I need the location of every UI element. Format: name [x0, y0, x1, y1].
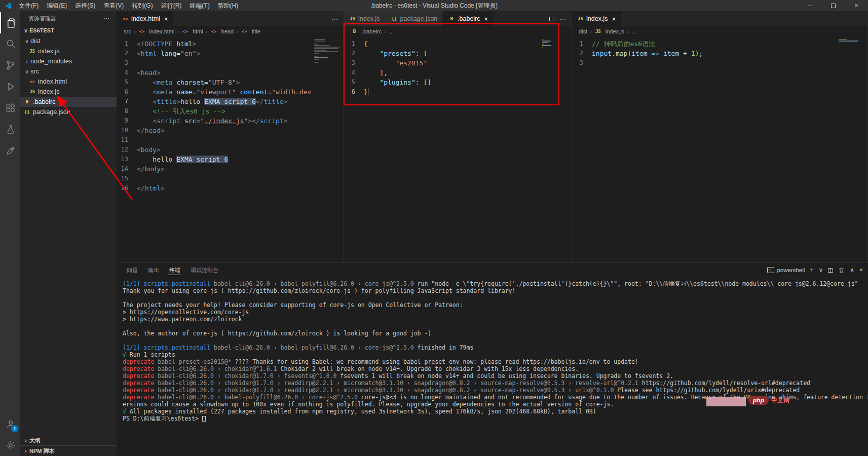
new-terminal-icon[interactable]: +	[810, 267, 813, 274]
menu-item[interactable]: 文件(F)	[15, 0, 43, 11]
maximize-icon[interactable]: ∧	[850, 267, 854, 274]
minimap[interactable]	[542, 39, 570, 48]
terminal-line: Thank you for using core-js ( https://gi…	[123, 287, 862, 294]
json-file-icon: {}	[23, 109, 31, 115]
terminal-line: The project needs your help! Please cons…	[123, 301, 862, 309]
tree-item-node_modules[interactable]: ›node_modules	[20, 56, 117, 66]
code-line: 3	[117, 58, 343, 68]
line-number: 14	[117, 164, 137, 174]
line-number: 2	[117, 49, 137, 58]
minimize-button[interactable]: ─	[798, 0, 821, 11]
terminal-selector[interactable]: >_ powershell	[767, 267, 805, 273]
tree-item-package.json[interactable]: {}package.json	[20, 107, 117, 117]
code-editor[interactable]: 1// 转码后的es6语法2input.map(item => item + 1…	[572, 36, 867, 262]
tab-index.js[interactable]: JSindex.js	[344, 11, 385, 26]
terminal-line: [1/1] scripts.postinstall babel-cli@6.26…	[123, 344, 862, 351]
menu-item[interactable]: 运行(R)	[157, 0, 186, 11]
close-icon[interactable]: ×	[859, 267, 863, 274]
tree-item-.babelrc[interactable]: B.babelrc	[20, 97, 117, 107]
tab-package.json[interactable]: {}package.json	[385, 11, 443, 26]
extensions-icon[interactable]	[0, 97, 20, 119]
babel-file-icon: B	[448, 16, 456, 21]
breadcrumb[interactable]: B.babelrc›…	[344, 26, 571, 36]
code-line: 5 "plugins": []	[344, 78, 571, 87]
menu-item[interactable]: 查看(V)	[99, 0, 128, 11]
explorer-icon[interactable]	[0, 12, 20, 33]
breadcrumb[interactable]: dist›JSindex.js›…	[572, 26, 867, 36]
tree-item-dist[interactable]: ∨dist	[20, 36, 117, 46]
js-file-icon: JS	[594, 29, 602, 34]
line-number: 4	[117, 68, 137, 78]
line-number: 1	[344, 39, 364, 49]
close-button[interactable]: ×	[845, 0, 868, 11]
chevron-right-icon: ›	[627, 28, 629, 34]
terminal-line: PS D:\前端复习\es6test>	[123, 415, 862, 422]
terminal-line	[123, 294, 862, 301]
settings-icon[interactable]	[0, 435, 20, 456]
code-line: 7 <title>hello EXMA script 6</title>	[117, 97, 343, 106]
menu-item[interactable]: 帮助(H)	[214, 0, 243, 11]
watermark: php 中文网	[748, 396, 789, 405]
chevron-down-icon: ∨	[23, 39, 30, 44]
source-control-icon[interactable]	[0, 55, 20, 76]
breadcrumb[interactable]: src›<>index.html›<>html›<>head›<>title	[117, 26, 343, 36]
terminal-line: > https://opencollective.com/core-js	[123, 309, 862, 316]
tab-index.html[interactable]: <>index.html×	[117, 11, 174, 26]
account-icon[interactable]: 1	[0, 413, 20, 435]
panel-actions: >_ powershell +∨∧×	[767, 267, 863, 274]
chevron-right-icon: ›	[22, 438, 29, 443]
minimap[interactable]	[839, 39, 866, 44]
project-root-header[interactable]: ∨ ES6TEST	[20, 25, 117, 36]
menu-item[interactable]: 选择(S)	[71, 0, 99, 11]
tab-bar: JSindex.js{}package.jsonB.babelrc×⋯	[344, 11, 571, 26]
menu-item[interactable]: 转到(G)	[128, 0, 157, 11]
tab-index.js[interactable]: JSindex.js×	[572, 11, 621, 26]
tree-item-src[interactable]: ∨src	[20, 66, 117, 77]
close-icon[interactable]: ×	[164, 15, 168, 23]
run-debug-icon[interactable]	[0, 76, 20, 97]
more-actions-icon[interactable]: ⋯	[559, 15, 566, 23]
code-line: 6}	[344, 87, 571, 97]
code-line: 6 <meta name="viewport" content="width=d…	[117, 87, 343, 97]
line-number: 6	[344, 87, 364, 97]
sidebar-section-大纲[interactable]: ›大纲	[20, 435, 117, 445]
explorer-more-actions-icon[interactable]: ⋯	[104, 15, 109, 22]
panel-tab-问题[interactable]: 问题	[122, 263, 143, 277]
panel-tab-终端[interactable]: 终端	[164, 263, 185, 277]
search-icon[interactable]	[0, 33, 20, 55]
editor-group-2: JSindex.js{}package.jsonB.babelrc×⋯B.bab…	[344, 11, 572, 262]
split-icon[interactable]	[828, 268, 833, 273]
more-actions-icon[interactable]: ⋯	[331, 15, 338, 23]
babel-file-icon: B	[351, 29, 358, 34]
code-line: 3	[572, 58, 867, 68]
tab-.babelrc[interactable]: B.babelrc×	[443, 11, 494, 26]
panel-tab-调试控制台[interactable]: 调试控制台	[185, 263, 223, 277]
activity-bar: 1	[0, 11, 20, 456]
menu-item[interactable]: 终端(T)	[185, 0, 213, 11]
js-file-icon: JS	[28, 49, 36, 54]
remote-icon[interactable]	[0, 140, 20, 161]
close-icon[interactable]: ×	[612, 15, 616, 23]
dropdown-icon[interactable]: ∨	[818, 267, 823, 274]
testing-icon[interactable]	[0, 119, 20, 140]
tree-item-index.html[interactable]: <>index.html	[20, 77, 117, 87]
chevron-right-icon: ›	[236, 28, 238, 34]
code-line: 3 "es2015"	[344, 58, 571, 68]
split-editor-icon[interactable]	[549, 17, 554, 21]
panel-tab-输出[interactable]: 输出	[143, 263, 164, 277]
terminal-line: [1/1] scripts.postinstall babel-cli@6.26…	[123, 280, 862, 287]
sym-file-icon: <>	[181, 29, 189, 34]
tree-item-index.js[interactable]: JSindex.js	[20, 87, 117, 97]
kill-icon[interactable]	[838, 267, 845, 274]
code-editor[interactable]: 1<!DOCTYPE html>2<html lang="en">34<head…	[117, 36, 343, 262]
tree-item-index.js[interactable]: JSindex.js	[20, 46, 117, 56]
minimap[interactable]	[314, 39, 342, 63]
close-icon[interactable]: ×	[484, 15, 488, 23]
code-line: 8 <!-- 引入es6 js -->	[117, 106, 343, 116]
code-editor[interactable]: 1{2 "presets": [3 "es2015"4 ],5 "plugins…	[344, 36, 571, 262]
menu-item[interactable]: 编辑(E)	[43, 0, 71, 11]
maximize-button[interactable]	[821, 0, 845, 11]
code-line: 1<!DOCTYPE html>	[117, 39, 343, 49]
sidebar-section-NPM 脚本[interactable]: ›NPM 脚本	[20, 445, 117, 456]
terminal-output[interactable]: [1/1] scripts.postinstall babel-cli@6.26…	[117, 277, 868, 456]
